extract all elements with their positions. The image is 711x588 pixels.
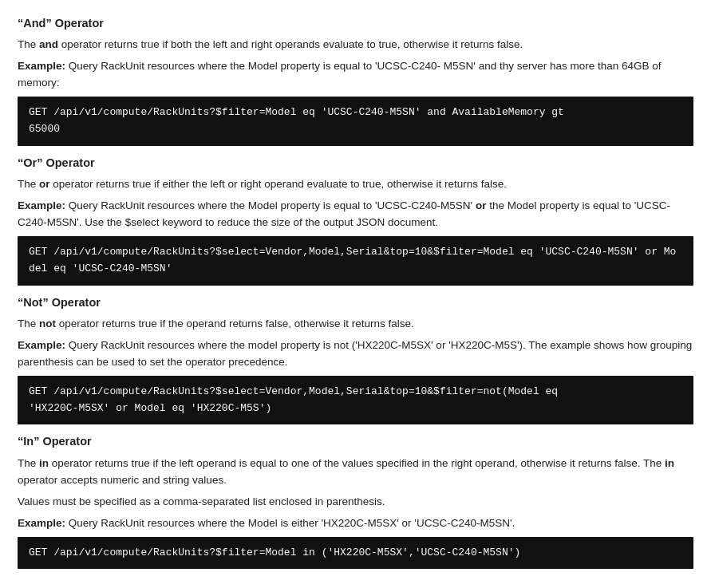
or-code-block: GET /api/v1/compute/RackUnits?$select=Ve… xyxy=(18,236,693,286)
in-section: “In” Operator The in operator returns tr… xyxy=(18,432,693,569)
not-section: “Not” Operator The not operator returns … xyxy=(18,294,693,425)
not-code-block: GET /api/v1/compute/RackUnits?$select=Ve… xyxy=(18,376,693,425)
and-example: Example: Query RackUnit resources where … xyxy=(18,58,693,92)
or-desc: The or operator returns true if either t… xyxy=(18,176,693,193)
and-code-block: GET /api/v1/compute/RackUnits?$filter=Mo… xyxy=(18,97,693,146)
or-example: Example: Query RackUnit resources where … xyxy=(18,198,693,231)
not-desc: The not operator returns true if the ope… xyxy=(18,316,693,333)
in-title: “In” Operator xyxy=(18,432,693,450)
in-desc2: Values must be specified as a comma-sepa… xyxy=(18,494,693,511)
and-section: “And” Operator The and operator returns … xyxy=(18,14,693,146)
not-example: Example: Query RackUnit resources where … xyxy=(18,337,693,371)
not-title: “Not” Operator xyxy=(18,294,693,311)
in-example: Example: Query RackUnit resources where … xyxy=(18,515,693,532)
in-desc1: The in operator returns true if the left… xyxy=(18,456,693,489)
or-title: “Or” Operator xyxy=(18,154,693,172)
in-code-block: GET /api/v1/compute/RackUnits?$filter=Mo… xyxy=(18,537,693,570)
and-title: “And” Operator xyxy=(18,14,693,32)
or-section: “Or” Operator The or operator returns tr… xyxy=(18,154,693,286)
and-desc: The and operator returns true if both th… xyxy=(18,37,693,53)
